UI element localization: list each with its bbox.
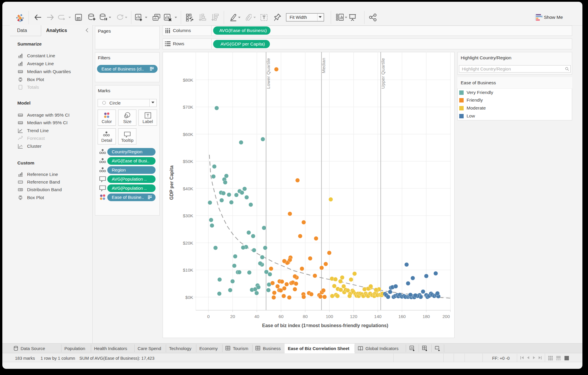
svg-text:$40K: $40K	[183, 186, 193, 191]
svg-text:$70K: $70K	[183, 105, 193, 110]
svg-text:0: 0	[207, 314, 210, 319]
svg-text:120: 120	[350, 314, 357, 319]
svg-text:Ease of biz index (1=most busi: Ease of biz index (1=most business-frien…	[262, 323, 388, 328]
svg-text:100: 100	[326, 314, 333, 319]
svg-text:GDP per Capita: GDP per Capita	[169, 165, 174, 200]
svg-text:140: 140	[374, 314, 382, 319]
svg-text:$60K: $60K	[183, 132, 193, 137]
svg-text:200: 200	[442, 314, 450, 319]
svg-text:Lower Quartile: Lower Quartile	[266, 58, 271, 89]
svg-text:$0K: $0K	[185, 295, 193, 300]
svg-text:$30K: $30K	[183, 213, 193, 218]
svg-text:160: 160	[398, 314, 406, 319]
svg-text:40: 40	[254, 314, 259, 319]
svg-text:Median: Median	[321, 58, 326, 73]
svg-text:$50K: $50K	[183, 159, 193, 164]
svg-text:$10K: $10K	[183, 268, 193, 273]
svg-text:Upper Quartile: Upper Quartile	[380, 58, 385, 89]
svg-text:$20K: $20K	[183, 241, 193, 245]
svg-text:60: 60	[279, 314, 284, 319]
svg-text:180: 180	[422, 314, 430, 319]
svg-text:$80K: $80K	[183, 78, 193, 83]
svg-text:80: 80	[303, 314, 308, 319]
svg-text:20: 20	[230, 314, 235, 319]
